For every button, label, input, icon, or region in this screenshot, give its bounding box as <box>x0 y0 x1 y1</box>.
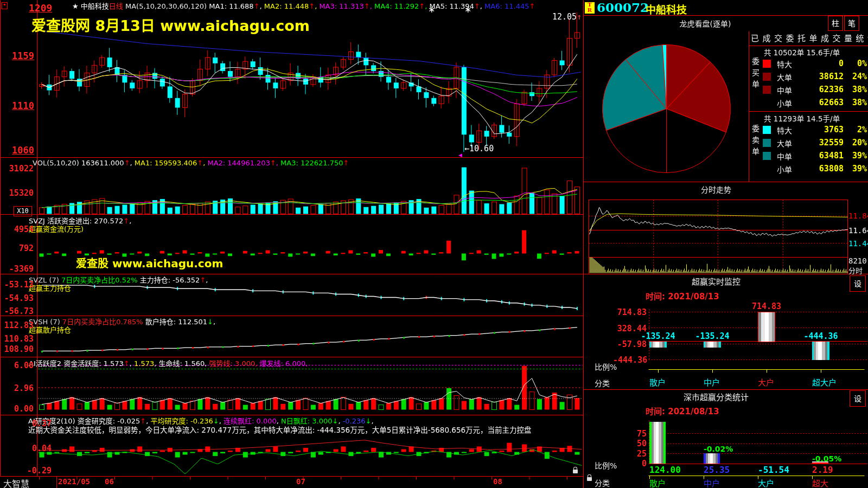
monitor-bar-散户 <box>649 342 667 347</box>
tab-bar-mode[interactable]: 柱 <box>828 16 843 31</box>
monitor-bar-中户 <box>704 342 721 347</box>
main-y-label: 1060 <box>0 145 34 156</box>
table-summary: 共 10502单 15.6手/单 <box>764 47 840 57</box>
aiy-description: 近期大资金关注度较低，明显弱势，今日大单净流入: 270.477万元，其中特大单… <box>28 424 532 435</box>
svzj-y-label: 792 <box>0 243 34 253</box>
table-row-pct: 39% <box>843 151 867 160</box>
sz-y-label: 25 <box>624 449 647 459</box>
sz-settings-button[interactable]: 设 <box>850 390 866 407</box>
watermark-small: 爱查股 www.aichagu.com <box>76 255 223 271</box>
sz-bar-value: 124.00 <box>649 465 681 475</box>
monitor-bar-超大户 <box>812 342 829 360</box>
monitor-ratio-label: 比例% <box>595 361 617 372</box>
table-row-pct: 38% <box>843 98 867 107</box>
watermark-big: 爱查股网 8月13日 www.aichagu.com <box>31 14 310 35</box>
table-row-pct: 39% <box>843 164 867 174</box>
aih-y-label: 0.00 <box>0 404 34 414</box>
svzj-y-label: -3369 <box>0 264 34 274</box>
intraday-vol-label: 8210 <box>848 256 867 265</box>
table-row-pct: 0% <box>843 59 867 68</box>
trading-terminal: ★ 中船科技日线 MA(5,10,20,30,60,120) MA1: 11.6… <box>0 0 868 488</box>
legend-swatch <box>763 86 771 94</box>
vol-y-label: 15320 <box>0 188 34 198</box>
table-row-pct: 2% <box>843 125 867 134</box>
legend-swatch <box>763 139 771 147</box>
date-axis-label: 2021/05 <box>58 477 90 486</box>
monitor-category-label: 大户 <box>758 376 774 388</box>
sz-category-label: 大户 <box>758 477 774 488</box>
monitor-category-label: 超大户 <box>812 376 837 388</box>
tab-pen-mode[interactable]: 笔 <box>844 16 859 31</box>
sz-time: 时间: 2021/08/13 <box>646 405 719 416</box>
lock-icon[interactable] <box>587 477 592 481</box>
main-y-label: 1159 <box>0 50 34 61</box>
stock-name: 中船科技 <box>646 2 687 16</box>
svzl-subtitle: 超赢主力持仓 <box>29 282 71 293</box>
aih-header: AI活跃度2 资金活跃度: 1.573↑, 1.573, 生命线: 1.560,… <box>29 358 308 368</box>
monitor-y-label: -444.36 <box>613 355 647 365</box>
aih-y-label: 6.00 <box>0 361 34 370</box>
svsh-y-label: 110.83 <box>0 334 34 344</box>
monitor-settings-button[interactable]: 设 <box>850 275 866 292</box>
table-row-pct: 24% <box>843 72 867 81</box>
sz-extra-label: -0.02% <box>704 445 733 453</box>
table-row-value: 62336 <box>789 85 844 94</box>
alert-star-icon: ∗ <box>428 4 435 15</box>
table-row-pct: 20% <box>843 138 867 147</box>
sz-bar-value: 25.35 <box>704 465 730 475</box>
monitor-category-label: 散户 <box>649 376 666 388</box>
table-side-label: 委卖单 <box>750 125 761 159</box>
lock-icon[interactable] <box>573 470 578 473</box>
table-row-value: 63808 <box>789 164 844 174</box>
table-row-value: 3763 <box>789 125 844 134</box>
svzj-y-label: 4954 <box>0 224 34 234</box>
sz-category-label: 中户 <box>704 477 720 488</box>
legend-swatch <box>763 73 771 81</box>
monitor-category-label: 中户 <box>704 376 720 388</box>
corner-icon <box>2 2 8 9</box>
vol-unit-box: X10 <box>14 206 32 216</box>
vol-header: VOL(5,10,20) 163611.000↑, MA1: 159593.40… <box>33 159 349 167</box>
svzj-subtitle: 超赢资金流(万元) <box>29 223 84 234</box>
aiy-y-label: -0.29 <box>16 466 52 476</box>
left-charts-canvas <box>0 0 583 488</box>
table-row-value: 0 <box>789 59 844 68</box>
main-y-label: 1110 <box>0 100 34 111</box>
stock-code: 600072 <box>597 0 649 15</box>
intraday-price-label: 11.84 <box>848 211 868 220</box>
tr-logo: TR <box>585 2 595 14</box>
svzl-y-label: -53.13 <box>0 280 34 290</box>
table-row-pct: 38% <box>843 85 867 94</box>
legend-swatch <box>763 60 771 68</box>
intraday-title: 分时走势 <box>583 184 849 195</box>
svsh-subtitle: 超赢散户持仓 <box>29 324 71 335</box>
sz-category-label: 散户 <box>649 477 666 488</box>
signal-marker-icon: ◀ <box>458 152 462 158</box>
brand-label: 大智慧 <box>3 477 29 488</box>
alert-star-icon: ∗ <box>464 4 471 15</box>
sz-ratio-label: 比例% <box>595 460 617 471</box>
aiy-y-label: 0.04 <box>16 444 52 453</box>
aiy-y-label: 0.37 <box>16 419 52 428</box>
monitor-bar-value: 714.83 <box>746 301 787 311</box>
legend-swatch <box>763 126 771 134</box>
table-title: 已成交委托单成交量统计 <box>751 32 868 43</box>
monitor-title: 超赢实时监控 <box>583 275 849 287</box>
svsh-y-label: 108.90 <box>0 344 34 354</box>
legend-swatch <box>763 152 771 160</box>
vol-y-label: 31022 <box>0 164 34 174</box>
sz-y-label: 50 <box>624 439 647 448</box>
monitor-y-label: 714.83 <box>613 307 647 317</box>
sz-bar-value: -51.54 <box>758 465 789 475</box>
sz-class-label: 分类 <box>595 477 610 488</box>
sz-y-label: 75 <box>624 429 647 439</box>
monitor-bar-大户 <box>758 312 775 342</box>
table-row-value: 63481 <box>789 151 844 160</box>
date-axis-label: 08 <box>493 477 502 486</box>
monitor-time: 时间: 2021/08/13 <box>646 290 719 301</box>
sz-extra-label: -0.05% <box>812 454 841 463</box>
sz-bar-value: 2.19 <box>812 465 833 475</box>
table-side-label: 委买单 <box>750 57 761 92</box>
svzl-y-label: -54.93 <box>0 293 34 303</box>
monitor-bar-value: -135.24 <box>692 331 733 341</box>
